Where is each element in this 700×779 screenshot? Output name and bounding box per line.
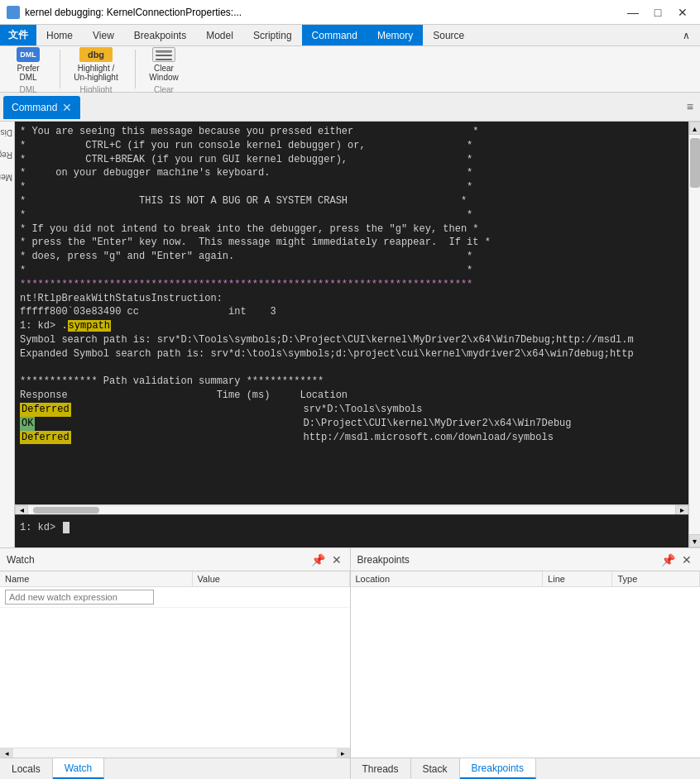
breakpoints-table: Location Line Type bbox=[351, 571, 701, 587]
watch-panel: Watch 📌 ✕ Name Value bbox=[0, 548, 351, 779]
output-line: * If you did not intend to break into th… bbox=[20, 222, 683, 237]
app-icon bbox=[7, 6, 20, 19]
side-panel: Disassembly Registers Memory bbox=[0, 122, 15, 547]
clear-window-label: ClearWindow bbox=[149, 64, 179, 82]
output-line: nt!RtlpBreakWithStatusInstruction: bbox=[20, 292, 683, 306]
watch-pin-button[interactable]: 📌 bbox=[309, 552, 327, 568]
clear-window-icon bbox=[152, 47, 175, 62]
watch-new-expr-row bbox=[0, 587, 349, 608]
command-cursor bbox=[63, 522, 70, 533]
menu-item-scripting[interactable]: Scripting bbox=[243, 25, 302, 45]
menu-item-memory[interactable]: Memory bbox=[367, 25, 423, 45]
command-tab[interactable]: Command ✕ bbox=[3, 96, 80, 119]
side-label-registers[interactable]: Registers bbox=[0, 144, 14, 166]
menu-item-breakpoints[interactable]: Breakpoints bbox=[124, 25, 196, 45]
menu-item-home[interactable]: Home bbox=[36, 25, 83, 45]
bottom-section: Watch 📌 ✕ Name Value bbox=[0, 547, 700, 779]
watch-panel-header: Watch 📌 ✕ bbox=[0, 548, 350, 571]
tab-threads[interactable]: Threads bbox=[351, 758, 411, 779]
watch-scroll-track bbox=[13, 748, 337, 757]
breakpoints-panel-header: Breakpoints 📌 ✕ bbox=[351, 548, 701, 571]
breakpoints-close-button[interactable]: ✕ bbox=[680, 552, 693, 568]
tab-breakpoints[interactable]: Breakpoints bbox=[460, 758, 536, 779]
highlight-button[interactable]: dbg Highlight /Un-highlight bbox=[67, 45, 125, 84]
output-line: * THIS IS NOT A BUG OR A SYSTEM CRASH * bbox=[20, 194, 683, 208]
command-output[interactable]: * You are seeing this message because yo… bbox=[15, 122, 688, 504]
menu-item-model[interactable]: Model bbox=[196, 25, 243, 45]
sympath-highlight: sympath bbox=[68, 320, 111, 332]
watch-close-button[interactable]: ✕ bbox=[330, 552, 343, 568]
watch-col-name: Name bbox=[0, 571, 192, 587]
watch-expression-input[interactable] bbox=[5, 590, 154, 605]
output-line: * on your debugger machine's keyboard. * bbox=[20, 166, 683, 180]
menu-item-command[interactable]: Command bbox=[302, 25, 367, 45]
bp-col-location: Location bbox=[351, 571, 543, 587]
bp-col-line: Line bbox=[543, 571, 612, 587]
breakpoints-tab-bar: Threads Stack Breakpoints bbox=[351, 757, 701, 779]
scroll-down-btn[interactable]: ▾ bbox=[689, 534, 701, 547]
output-line-deferred1: Deferred srv*D:\Tools\symbols bbox=[20, 403, 683, 417]
minimize-button[interactable]: — bbox=[622, 4, 644, 21]
breakpoints-panel: Breakpoints 📌 ✕ Location Line Type bbox=[351, 548, 701, 779]
watch-hscrollbar[interactable]: ◂ ▸ bbox=[0, 748, 350, 757]
h-scroll-thumb[interactable] bbox=[33, 507, 99, 514]
tab-stack[interactable]: Stack bbox=[411, 758, 460, 779]
watch-panel-icons: 📌 ✕ bbox=[309, 552, 343, 568]
menu-collapse-button[interactable]: ∧ bbox=[673, 25, 700, 45]
h-scrollbar[interactable]: ◂ ▸ bbox=[15, 504, 688, 514]
output-line: ************* Path validation summary **… bbox=[20, 375, 683, 389]
command-content: * You are seeing this message because yo… bbox=[15, 122, 688, 547]
deferred-badge-2: Deferred bbox=[20, 431, 71, 445]
window-title: kernel debugging: KernelConnectionProper… bbox=[25, 7, 242, 18]
menu-item-wenjianjia[interactable]: 文件 bbox=[0, 25, 36, 45]
output-line: Symbol search path is: srv*D:\Tools\symb… bbox=[20, 333, 683, 347]
panel-settings-button[interactable]: ≡ bbox=[683, 97, 697, 117]
dml-icon: DML bbox=[17, 47, 40, 62]
command-panel-tab-area: Command ✕ ≡ bbox=[0, 93, 700, 122]
command-tab-close[interactable]: ✕ bbox=[62, 101, 72, 114]
prefer-dml-button[interactable]: DML PreferDML bbox=[7, 45, 50, 84]
breakpoints-panel-icons: 📌 ✕ bbox=[659, 552, 693, 568]
output-line-ok: OK D:\Project\CUI\kernel\MyDriver2\x64\W… bbox=[20, 417, 683, 431]
output-cmd-line: 1: kd> .sympath bbox=[20, 319, 683, 333]
clear-window-button[interactable]: ClearWindow bbox=[142, 45, 185, 84]
tab-watch[interactable]: Watch bbox=[53, 758, 105, 779]
output-line: * * bbox=[20, 208, 683, 222]
highlight-icon-text: dbg bbox=[88, 50, 104, 60]
side-label-disassembly[interactable]: Disassembly bbox=[0, 122, 14, 144]
output-line: * You are seeing this message because yo… bbox=[20, 125, 683, 139]
menu-bar: 文件 Home View Breakpoints Model Scripting… bbox=[0, 25, 700, 46]
title-bar: kernel debugging: KernelConnectionProper… bbox=[0, 0, 700, 25]
watch-panel-content: Name Value bbox=[0, 571, 350, 748]
output-line bbox=[20, 361, 683, 375]
maximize-button[interactable]: □ bbox=[647, 4, 669, 21]
window-controls: — □ ✕ bbox=[622, 4, 693, 21]
output-line-deferred2: Deferred http://msdl.microsoft.com/downl… bbox=[20, 431, 683, 445]
output-line: * * bbox=[20, 180, 683, 194]
breakpoints-panel-title: Breakpoints bbox=[357, 554, 660, 566]
watch-col-value: Value bbox=[192, 571, 349, 587]
toolbar: DML PreferDML DML dbg Highlight /Un-high… bbox=[0, 46, 700, 93]
breakpoints-pin-button[interactable]: 📌 bbox=[659, 552, 677, 568]
command-input-area: 1: kd> bbox=[15, 514, 688, 547]
ok-badge: OK bbox=[20, 417, 35, 431]
watch-table: Name Value bbox=[0, 571, 350, 608]
output-line: Expanded Symbol search path is: srv*d:\t… bbox=[20, 347, 683, 361]
close-button[interactable]: ✕ bbox=[672, 4, 693, 21]
v-scrollbar[interactable]: ▴ ▾ bbox=[688, 122, 700, 547]
menu-item-view[interactable]: View bbox=[83, 25, 124, 45]
scroll-up-btn[interactable]: ▴ bbox=[689, 122, 701, 135]
tab-locals[interactable]: Locals bbox=[0, 758, 53, 779]
v-scroll-thumb[interactable] bbox=[690, 138, 700, 188]
scroll-left-btn[interactable]: ◂ bbox=[15, 505, 28, 515]
command-tab-label: Command bbox=[12, 102, 57, 113]
prefer-dml-label: PreferDML bbox=[17, 64, 39, 82]
output-line: * CTRL+BREAK (if you run GUI kernel debu… bbox=[20, 153, 683, 167]
output-line-stars: ****************************************… bbox=[20, 278, 683, 292]
scroll-right-btn[interactable]: ▸ bbox=[675, 505, 688, 515]
menu-item-source[interactable]: Source bbox=[423, 25, 474, 45]
watch-panel-title: Watch bbox=[7, 554, 309, 566]
side-label-memory[interactable]: Memory bbox=[0, 166, 14, 189]
output-line: Response Time (ms) Location bbox=[20, 389, 683, 403]
output-line: * does, press "g" and "Enter" again. * bbox=[20, 250, 683, 264]
